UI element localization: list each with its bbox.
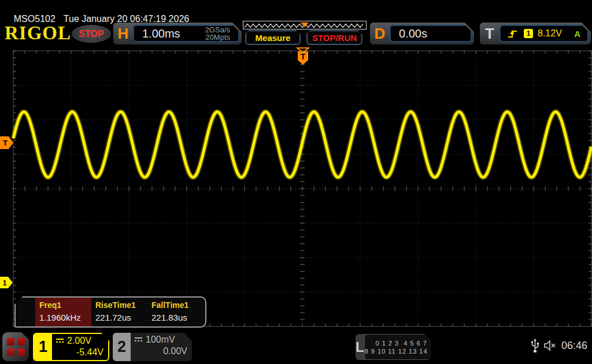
channel1-badge: 1 xyxy=(34,334,52,360)
dc-coupling-icon xyxy=(56,338,64,344)
channel1-ground-marker[interactable]: 1 xyxy=(0,276,13,289)
stop-run-button[interactable]: STOP/RUN xyxy=(306,30,362,45)
memory-waveform-icon xyxy=(243,22,366,29)
trigger-level-marker[interactable]: T xyxy=(0,136,14,150)
channel2-scale: 100mV xyxy=(146,335,175,345)
channel2-offset: 0.00V xyxy=(134,346,187,356)
measurement-value: 221.83us xyxy=(151,313,204,322)
measurement-value: 1.1960kHz xyxy=(39,313,91,322)
delay-box: 0.00s xyxy=(390,25,472,42)
delay-label: D xyxy=(370,25,390,43)
measurement-item-risetime[interactable]: RiseTime1 221.72us xyxy=(91,298,147,326)
svg-text:T: T xyxy=(301,52,306,61)
channel1-trace xyxy=(13,112,591,177)
status-area: 06:46 xyxy=(531,339,587,352)
dc-coupling-icon xyxy=(134,337,143,343)
trigger-box: 1 8.12V A xyxy=(500,25,589,42)
channel1-box[interactable]: 1 2.00V -5.44V xyxy=(33,333,109,361)
channel1-offset: -5.44V xyxy=(56,347,103,358)
samplerate-memdepth: 2GSa/s20Mpts xyxy=(205,26,230,41)
channel1-trace-glow xyxy=(13,112,591,177)
horizontal-label: H xyxy=(113,25,133,43)
channel2-box[interactable]: 2 100mV 0.00V xyxy=(113,333,192,361)
measurement-item-falltime[interactable]: FallTime1 221.83us xyxy=(147,298,204,326)
measurement-panel: Freq1 1.1960kHz RiseTime1 221.72us FallT… xyxy=(14,296,206,328)
measurement-label: Freq1 xyxy=(39,300,91,310)
channel2-badge: 2 xyxy=(113,333,131,361)
measurement-item-freq[interactable]: Freq1 1.1960kHz xyxy=(35,298,91,326)
trigger-source-badge: 1 xyxy=(524,29,533,38)
timebase-value: 1.00ms xyxy=(142,27,205,40)
sound-muted-icon xyxy=(544,340,557,351)
oscilloscope-screen: MSO5102Tue January 20 06:47:19 2026 RIGO… xyxy=(0,0,592,364)
measurement-value: 221.72us xyxy=(95,313,147,322)
delay-settings-button[interactable]: D 0.00s xyxy=(370,23,474,44)
rising-edge-icon xyxy=(508,28,518,39)
trigger-label: T xyxy=(480,25,500,43)
datetime-text: Tue January 20 06:47:19 2026 xyxy=(64,14,189,24)
usb-icon xyxy=(531,339,539,352)
measurement-label: FallTime1 xyxy=(151,300,204,310)
trigger-position-marker[interactable]: T xyxy=(295,47,310,66)
trigger-settings-button[interactable]: T 1 8.12V A xyxy=(480,23,591,44)
svg-text:T: T xyxy=(3,139,8,147)
memory-position-strip[interactable] xyxy=(243,21,367,29)
logic-channels-row1: 0 1 2 3 4 5 6 7 xyxy=(376,339,427,347)
menu-grid-icon xyxy=(7,338,25,356)
delay-value: 0.00s xyxy=(399,27,471,40)
timebase-box: 1.00ms 2GSa/s20Mpts xyxy=(133,25,239,42)
logic-analyzer-box[interactable]: L 0 1 2 3 4 5 6 7 8 9 10 11 12 13 14 15 xyxy=(356,334,431,360)
horizontal-settings-button[interactable]: H 1.00ms 2GSa/s20Mpts xyxy=(113,23,242,44)
trigger-mode: A xyxy=(574,29,580,39)
logic-channels-row2: 8 9 10 11 12 13 14 15 xyxy=(365,347,431,355)
rigol-logo: RIGOL xyxy=(5,23,71,43)
measurement-label: RiseTime1 xyxy=(95,300,147,310)
run-state-badge[interactable]: STOP xyxy=(72,25,111,43)
trigger-level-value: 8.12V xyxy=(538,28,574,39)
svg-text:1: 1 xyxy=(3,279,7,287)
clock-display: 06:46 xyxy=(561,340,587,352)
channel1-scale: 2.00V xyxy=(67,336,91,346)
measure-button[interactable]: Measure xyxy=(245,30,301,45)
logic-label: L xyxy=(356,334,364,360)
function-menu-button[interactable] xyxy=(2,332,29,361)
